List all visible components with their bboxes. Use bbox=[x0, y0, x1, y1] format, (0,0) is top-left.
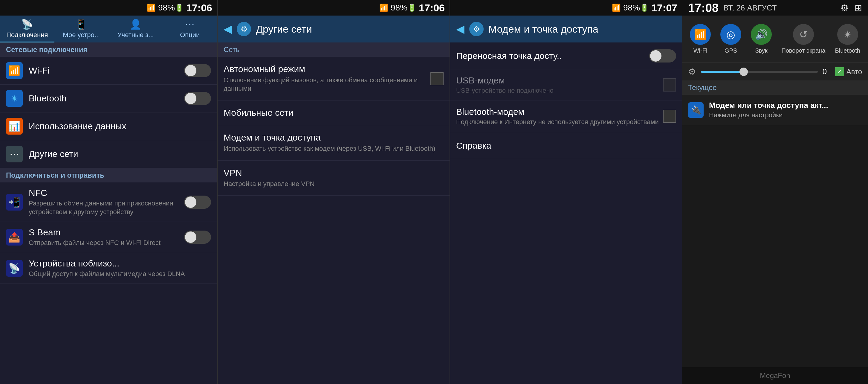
quick-tile-sound-icon: 🔊 bbox=[751, 24, 772, 45]
tab-connections-icon: 📡 bbox=[21, 19, 33, 30]
wifi-toggle[interactable] bbox=[184, 64, 211, 77]
modem-hotspot[interactable]: Переносная точка досту.. bbox=[450, 42, 682, 69]
quick-tile-rotate[interactable]: ↺ Поворот экрана bbox=[778, 22, 829, 57]
panel3-header: ◀ ⚙ Модем и точка доступа bbox=[450, 16, 682, 42]
othernets-title: Другие сети bbox=[29, 149, 211, 159]
nearby-title: Устройства поблизо... bbox=[29, 258, 211, 269]
sbeam-text: S Beam Отправить файлы через NFC и Wi-Fi… bbox=[29, 227, 184, 247]
help-title: Справка bbox=[456, 141, 676, 151]
setting-wifi[interactable]: 📶 Wi-Fi bbox=[0, 57, 217, 85]
tethering-desc: Использовать устройство как модем (через… bbox=[224, 144, 443, 153]
setting-nfc[interactable]: 📲 NFC Разрешить обмен данными при прикос… bbox=[0, 182, 217, 222]
hotspot-toggle[interactable] bbox=[649, 49, 676, 62]
status-bar-3: 📶 98% 🔋 17:07 bbox=[450, 0, 682, 16]
setting-sbeam[interactable]: 📤 S Beam Отправить файлы через NFC и Wi-… bbox=[0, 222, 217, 253]
section-network: Сетевые подключения bbox=[0, 42, 217, 57]
brightness-bar: ⚙ 0 ✓ Авто bbox=[682, 62, 868, 81]
carrier-label: MegaFon bbox=[682, 367, 868, 384]
usbmodem-text: USB-модем USB-устройство не подключено bbox=[456, 76, 663, 94]
panel-notifications: 17:08 ВТ, 26 АВГУСТ ⚙ ⊞ 📶 Wi-Fi ◎ GPS 🔊 … bbox=[682, 0, 868, 384]
signal-icon-1: 📶 bbox=[147, 4, 156, 12]
quick-tile-sound[interactable]: 🔊 Звук bbox=[747, 22, 775, 57]
notif-item-hotspot[interactable]: 🔌 Модем или точка доступа акт... Нажмите… bbox=[682, 95, 868, 125]
tethering-title: Модем и точка доступа bbox=[224, 132, 443, 143]
brightness-track[interactable] bbox=[701, 71, 818, 73]
menu-airplane[interactable]: Автономный режим Отключение функций вызо… bbox=[218, 57, 450, 100]
modem-bt[interactable]: Bluetooth-модем Подключение к Интернету … bbox=[450, 101, 682, 132]
grid-icon[interactable]: ⊞ bbox=[855, 3, 862, 13]
sbeam-icon: 📤 bbox=[6, 229, 23, 245]
airplane-title: Автономный режим bbox=[224, 64, 430, 74]
notif-time: 17:08 bbox=[688, 1, 718, 14]
menu-mobilenets[interactable]: Мобильные сети bbox=[218, 100, 450, 125]
airplane-checkbox[interactable] bbox=[430, 72, 443, 85]
setting-othernets[interactable]: ⋯ Другие сети bbox=[0, 140, 217, 168]
brightness-value: 0 bbox=[823, 67, 832, 76]
nearby-icon: 📡 bbox=[6, 260, 23, 277]
setting-datausage[interactable]: 📊 Использование данных bbox=[0, 113, 217, 140]
nfc-toggle[interactable] bbox=[184, 196, 211, 209]
status-bar-1: 📶 98% 🔋 17:06 bbox=[0, 0, 217, 16]
back-button-2[interactable]: ◀ bbox=[224, 23, 232, 35]
back-button-3[interactable]: ◀ bbox=[456, 23, 464, 35]
settings-icon[interactable]: ⚙ bbox=[840, 3, 848, 13]
quick-tile-bluetooth-icon: ✴ bbox=[837, 24, 858, 45]
usbmodem-checkbox[interactable] bbox=[663, 78, 676, 91]
hotspot-toggle-knob bbox=[650, 50, 661, 62]
tab-options[interactable]: ⋯ Опции bbox=[163, 16, 217, 42]
quick-tile-gps-icon: ◎ bbox=[720, 24, 741, 45]
panel3-header-title: Модем и точка доступа bbox=[488, 23, 598, 35]
bluetooth-toggle-knob bbox=[185, 93, 196, 104]
othernets-icon: ⋯ bbox=[6, 146, 23, 163]
quick-tile-rotate-icon: ↺ bbox=[793, 24, 814, 45]
othernets-text: Другие сети bbox=[29, 149, 211, 159]
btmodem-checkbox[interactable] bbox=[663, 110, 676, 123]
nfc-icon: 📲 bbox=[6, 194, 23, 210]
bluetooth-toggle[interactable] bbox=[184, 92, 211, 105]
setting-nearby[interactable]: 📡 Устройства поблизо... Общий доступ к ф… bbox=[0, 253, 217, 284]
tab-accounts[interactable]: 👤 Учетные з... bbox=[108, 16, 163, 42]
tab-mydevice[interactable]: 📱 Мое устро... bbox=[54, 16, 109, 42]
hotspot-title: Переносная точка досту.. bbox=[456, 51, 646, 61]
notif-text-area: Модем или точка доступа акт... Нажмите д… bbox=[709, 101, 828, 119]
modem-help[interactable]: Справка bbox=[450, 132, 682, 159]
notif-item-title: Модем или точка доступа акт... bbox=[709, 101, 828, 110]
quick-tile-rotate-label: Поворот экрана bbox=[781, 47, 825, 54]
usbmodem-title: USB-модем bbox=[456, 76, 663, 86]
modem-usb[interactable]: USB-модем USB-устройство не подключено bbox=[450, 69, 682, 101]
setting-bluetooth[interactable]: ✴ Bluetooth bbox=[0, 85, 217, 113]
notif-section-current: Текущее bbox=[682, 81, 868, 95]
time-1: 17:06 bbox=[186, 2, 212, 14]
usbmodem-desc: USB-устройство не подключено bbox=[456, 87, 663, 94]
datausage-icon: 📊 bbox=[6, 118, 23, 135]
section-connect: Подключиться и отправить bbox=[0, 168, 217, 182]
hotspot-text: Переносная точка досту.. bbox=[456, 51, 646, 61]
panel-tethering: 📶 98% 🔋 17:07 ◀ ⚙ Модем и точка доступа … bbox=[450, 0, 682, 384]
nfc-desc: Разрешить обмен данными при прикосновени… bbox=[29, 199, 184, 216]
quick-tile-wifi[interactable]: 📶 Wi-Fi bbox=[686, 22, 714, 57]
quick-tile-bluetooth[interactable]: ✴ Bluetooth bbox=[831, 22, 864, 57]
auto-brightness-toggle[interactable]: ✓ Авто bbox=[835, 67, 862, 76]
tab-options-label: Опции bbox=[180, 31, 200, 39]
tab-accounts-label: Учетные з... bbox=[118, 31, 154, 39]
auto-check-icon: ✓ bbox=[835, 67, 844, 76]
quick-tile-bluetooth-label: Bluetooth bbox=[835, 47, 860, 54]
quick-tile-gps-label: GPS bbox=[724, 47, 737, 54]
panel2-sub-header: Сеть bbox=[218, 42, 450, 57]
sbeam-toggle[interactable] bbox=[184, 231, 211, 244]
panel2-header-title: Другие сети bbox=[256, 23, 312, 35]
nfc-toggle-knob bbox=[185, 197, 196, 208]
status-bar-2: 📶 98% 🔋 17:06 bbox=[218, 0, 450, 16]
menu-vpn[interactable]: VPN Настройка и управление VPN bbox=[218, 160, 450, 196]
tab-options-icon: ⋯ bbox=[185, 19, 194, 30]
quick-tile-gps[interactable]: ◎ GPS bbox=[717, 22, 745, 57]
bluetooth-text: Bluetooth bbox=[29, 93, 184, 104]
wifi-toggle-knob bbox=[185, 65, 196, 76]
sbeam-title: S Beam bbox=[29, 227, 184, 237]
battery-icon-1: 🔋 bbox=[175, 4, 184, 12]
menu-tethering[interactable]: Модем и точка доступа Использовать устро… bbox=[218, 125, 450, 160]
tab-connections[interactable]: 📡 Подключения bbox=[0, 16, 54, 42]
brightness-icon: ⚙ bbox=[688, 66, 696, 77]
tab-mydevice-label: Мое устро... bbox=[63, 31, 100, 39]
tab-connections-label: Подключения bbox=[6, 31, 48, 39]
